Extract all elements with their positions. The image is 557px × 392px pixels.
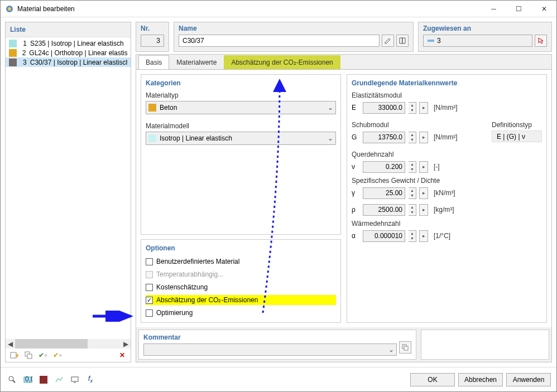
g-row: G 13750.0 ▲▼ ▸ [N/mm²] (352, 130, 475, 144)
svg-line-10 (13, 380, 15, 383)
help-button[interactable] (6, 374, 18, 386)
step-button[interactable]: ▸ (419, 161, 428, 173)
spinner[interactable]: ▲▼ (409, 187, 416, 199)
name-input[interactable]: C30/37 (179, 35, 380, 47)
units-button[interactable]: 0,00 (22, 374, 34, 386)
ok-button[interactable]: OK (410, 373, 455, 386)
nr-input[interactable] (141, 35, 164, 47)
material-list[interactable]: 1 S235 | Isotrop | Linear elastisch 2 GL… (6, 37, 131, 339)
delete-button[interactable]: ✕ (116, 349, 128, 361)
nu-input[interactable]: 0.200 (363, 161, 405, 173)
svg-point-9 (9, 376, 13, 381)
pick-object-button[interactable] (535, 35, 547, 47)
materialmodell-dropdown[interactable]: Isotrop | Linear elastisch ⌄ (146, 132, 336, 145)
edit-name-button[interactable] (382, 35, 394, 47)
scroll-left-icon[interactable]: ◀ (6, 339, 15, 349)
option-optimization[interactable]: Optimierung (146, 308, 336, 318)
option-label: Abschätzung der CO₂-Emissionen (156, 296, 258, 304)
materialtyp-dropdown[interactable]: Beton ⌄ (146, 101, 336, 114)
nu-label: Querdehnzahl (352, 151, 542, 158)
list-item[interactable]: 1 S235 | Isotrop | Linear elastisch (6, 38, 131, 48)
e-input[interactable]: 33000.0 (363, 102, 405, 114)
materialtyp-value: Beton (160, 104, 177, 112)
chart-icon (55, 375, 64, 384)
gamma-row: γ 25.00 ▲▼ ▸ [kN/m³] (352, 186, 542, 200)
minimize-button[interactable]: ─ (481, 1, 506, 17)
e-label: Elastizitätsmodul (352, 91, 542, 99)
gamma-input[interactable]: 25.00 (363, 187, 405, 199)
list-item-num: 3 (20, 59, 27, 66)
maximize-button[interactable]: ☐ (506, 1, 531, 17)
color-button[interactable] (37, 374, 50, 386)
checkbox[interactable] (146, 309, 153, 317)
step-button[interactable]: ▸ (419, 230, 428, 242)
horizontal-scrollbar[interactable]: ◀ ▶ (6, 339, 131, 349)
list-item-label: S235 | Isotrop | Linear elastisch (30, 40, 124, 47)
step-button[interactable]: ▸ (419, 204, 428, 216)
comment-dropdown[interactable]: ⌄ (143, 343, 397, 356)
alpha-input[interactable]: 0.000010 (363, 230, 405, 242)
close-button[interactable]: ✕ (531, 1, 556, 17)
checkbox[interactable] (146, 284, 153, 291)
alpha-label: Wärmedehnzahl (352, 220, 542, 228)
list-toolbar: ✶ ✔≡ ✔≡ ✕ (6, 349, 131, 362)
spinner[interactable]: ▲▼ (409, 204, 416, 216)
scroll-thumb[interactable] (15, 339, 88, 349)
g-input[interactable]: 13750.0 (363, 132, 405, 143)
cancel-button[interactable]: Abbrechen (458, 373, 503, 386)
chart-button[interactable] (53, 374, 65, 386)
new-item-button[interactable]: ✶ (8, 349, 20, 361)
option-label: Kostenschätzung (156, 283, 208, 291)
step-button[interactable]: ▸ (419, 187, 428, 199)
list-item[interactable]: 3 C30/37 | Isotrop | Linear elastisch (6, 57, 131, 67)
list-item[interactable]: 2 GL24c | Orthotrop | Linear elastisch (… (6, 48, 131, 57)
svg-text:0,00: 0,00 (25, 375, 32, 383)
gamma-symbol: γ (352, 189, 359, 197)
g-unit: [N/mm²] (434, 133, 458, 141)
check-green-button[interactable]: ✔≡ (37, 349, 49, 361)
properties-header: Grundlegende Materialkennwerte (352, 79, 542, 87)
properties-panel: Grundlegende Materialkennwerte Elastizit… (347, 74, 547, 323)
rho-input[interactable]: 2500.00 (363, 204, 405, 216)
name-group: Name C30/37 (174, 22, 414, 52)
step-button[interactable]: ▸ (419, 132, 428, 143)
tab-co2[interactable]: Abschätzung der CO₂-Emissionen (224, 55, 340, 69)
checkbox[interactable] (146, 258, 153, 265)
library-button[interactable] (396, 35, 409, 47)
e-symbol: E (352, 104, 359, 112)
spinner[interactable]: ▲▼ (409, 132, 416, 143)
list-item-num: 2 (20, 49, 26, 57)
list-panel: Liste 1 S235 | Isotrop | Linear elastisc… (5, 22, 131, 362)
check-yellow-button[interactable]: ✔≡ (51, 349, 64, 361)
assigned-group: Zugewiesen an 3 (418, 22, 552, 52)
tab-basis[interactable]: Basis (138, 55, 169, 69)
spinner[interactable]: ▲▼ (409, 102, 416, 114)
nr-label: Nr. (141, 25, 164, 32)
bar-icon (427, 37, 435, 44)
assigned-input: 3 (423, 35, 532, 47)
e-row: E 33000.0 ▲▼ ▸ [N/mm²] (352, 101, 542, 114)
window-title: Material bearbeiten (17, 5, 75, 13)
assigned-label: Zugewiesen an (423, 25, 547, 32)
checkbox[interactable] (146, 297, 153, 304)
svg-rect-6 (428, 40, 434, 42)
option-label: Benutzerdefiniertes Material (156, 258, 239, 265)
tab-materialwerte[interactable]: Materialwerte (169, 55, 224, 69)
step-button[interactable]: ▸ (419, 102, 428, 114)
comment-copy-button[interactable] (399, 341, 411, 354)
apply-button[interactable]: Anwenden (506, 373, 551, 386)
option-user-defined[interactable]: Benutzerdefiniertes Material (146, 257, 336, 267)
scroll-right-icon[interactable]: ▶ (121, 339, 131, 349)
option-co2[interactable]: Abschätzung der CO₂-Emissionen (146, 295, 336, 305)
copy-item-button[interactable] (22, 349, 35, 361)
view-button[interactable] (69, 374, 81, 386)
nr-group: Nr. (136, 22, 169, 52)
option-cost[interactable]: Kostenschätzung (146, 282, 336, 292)
color-swatch (9, 49, 17, 57)
copy-icon (401, 343, 409, 351)
svg-rect-8 (404, 346, 408, 350)
function-button[interactable]: fx (84, 374, 97, 386)
spinner[interactable]: ▲▼ (409, 230, 416, 242)
spinner[interactable]: ▲▼ (409, 161, 416, 173)
option-label: Optimierung (156, 309, 193, 317)
